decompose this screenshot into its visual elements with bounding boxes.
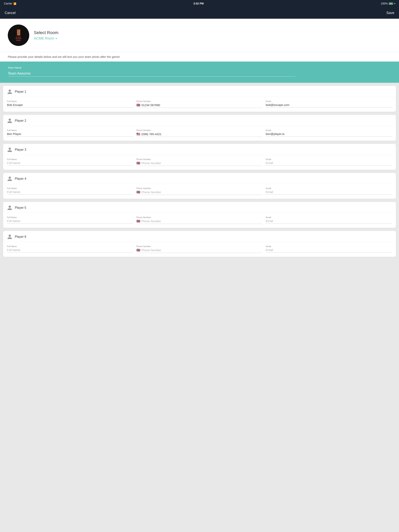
player-name-label-1: Player 1 xyxy=(15,90,26,94)
logo-inner: 🚪 ACME ESCAPE ROOM xyxy=(15,29,22,41)
phone-label-3: Phone Number xyxy=(136,158,263,160)
fullname-input-1[interactable] xyxy=(7,103,133,108)
fullname-input-6[interactable] xyxy=(7,248,133,253)
email-label-2: Email xyxy=(266,129,392,132)
player-card-1: Player 1Full NamePhone Number🇬🇧Email xyxy=(3,86,396,112)
header-section: 🚪 ACME ESCAPE ROOM Select Room ACME Room… xyxy=(0,19,399,52)
phone-group-4: Phone Number🇬🇧 xyxy=(136,187,263,195)
info-bar: Please provide your details below and we… xyxy=(0,52,399,62)
phone-wrapper-4: 🇬🇧 xyxy=(136,190,263,195)
room-select-dropdown[interactable]: ACME Room ▾ xyxy=(34,36,58,40)
player-name-label-6: Player 6 xyxy=(15,235,26,239)
chevron-down-icon: ▾ xyxy=(56,37,57,40)
email-group-6: Email xyxy=(266,245,392,253)
player-name-label-3: Player 3 xyxy=(15,148,26,152)
player-name-label-2: Player 2 xyxy=(15,119,26,122)
email-input-3[interactable] xyxy=(266,161,392,165)
player-fields-2: Full NamePhone Number🇺🇸Email xyxy=(3,126,396,141)
phone-group-2: Phone Number🇺🇸 xyxy=(136,129,263,137)
player-avatar-icon xyxy=(7,89,13,95)
phone-flag-5[interactable]: 🇬🇧 xyxy=(136,219,140,223)
wifi-icon xyxy=(13,2,16,5)
phone-input-5[interactable] xyxy=(142,219,263,223)
player-card-6: Player 6Full NamePhone Number🇬🇧Email xyxy=(3,231,396,257)
email-label-5: Email xyxy=(266,216,392,218)
player-card-2: Player 2Full NamePhone Number🇺🇸Email xyxy=(3,115,396,141)
email-input-4[interactable] xyxy=(266,190,392,195)
player-header-1: Player 1 xyxy=(3,86,396,97)
player-header-2: Player 2 xyxy=(3,115,396,126)
phone-input-6[interactable] xyxy=(142,248,263,252)
fullname-group-5: Full Name xyxy=(7,216,133,224)
status-bar: Carrier 3:02 PM 100% xyxy=(0,0,399,7)
phone-flag-4[interactable]: 🇬🇧 xyxy=(136,190,140,194)
email-group-1: Email xyxy=(266,100,392,108)
room-name: ACME Room xyxy=(34,36,54,40)
email-group-3: Email xyxy=(266,158,392,166)
email-group-5: Email xyxy=(266,216,392,224)
logo-room: ROOM xyxy=(15,40,22,41)
fullname-input-5[interactable] xyxy=(7,219,133,223)
fullname-label-4: Full Name xyxy=(7,187,133,190)
phone-flag-1[interactable]: 🇬🇧 xyxy=(136,103,140,107)
player-name-label-5: Player 5 xyxy=(15,206,26,209)
save-button[interactable]: Save xyxy=(386,11,394,15)
player-card-5: Player 5Full NamePhone Number🇬🇧Email xyxy=(3,202,396,228)
phone-wrapper-5: 🇬🇧 xyxy=(136,219,263,224)
fullname-label-3: Full Name xyxy=(7,158,133,160)
select-room-label: Select Room xyxy=(34,30,58,35)
player-fields-5: Full NamePhone Number🇬🇧Email xyxy=(3,213,396,228)
logo-escape-icon: 🚪 xyxy=(15,29,22,36)
player-fields-4: Full NamePhone Number🇬🇧Email xyxy=(3,184,396,199)
fullname-group-3: Full Name xyxy=(7,158,133,166)
status-time: 3:02 PM xyxy=(193,2,204,5)
info-message: Please provide your details below and we… xyxy=(8,55,120,58)
nav-bar: Cancel Save xyxy=(0,7,399,19)
team-name-input[interactable] xyxy=(8,71,295,76)
fullname-group-4: Full Name xyxy=(7,187,133,195)
phone-flag-2[interactable]: 🇺🇸 xyxy=(136,132,140,136)
phone-label-4: Phone Number xyxy=(136,187,263,190)
email-input-5[interactable] xyxy=(266,219,392,223)
carrier-text: Carrier xyxy=(4,2,12,5)
phone-input-1[interactable] xyxy=(142,103,263,107)
phone-group-3: Phone Number🇬🇧 xyxy=(136,158,263,166)
player-name-label-4: Player 4 xyxy=(15,177,26,181)
email-input-2[interactable] xyxy=(266,132,392,137)
email-input-1[interactable] xyxy=(266,103,392,108)
header-right: Select Room ACME Room ▾ xyxy=(34,30,58,40)
fullname-input-3[interactable] xyxy=(7,161,133,165)
player-header-3: Player 3 xyxy=(3,144,396,155)
email-label-3: Email xyxy=(266,158,392,160)
phone-input-3[interactable] xyxy=(142,161,263,165)
player-fields-6: Full NamePhone Number🇬🇧Email xyxy=(3,242,396,257)
player-card-3: Player 3Full NamePhone Number🇬🇧Email xyxy=(3,144,396,170)
fullname-label-5: Full Name xyxy=(7,216,133,218)
status-left: Carrier xyxy=(4,2,16,5)
phone-wrapper-1: 🇬🇧 xyxy=(136,103,263,108)
player-avatar-icon xyxy=(7,176,13,182)
phone-flag-6[interactable]: 🇬🇧 xyxy=(136,248,140,252)
player-header-4: Player 4 xyxy=(3,173,396,184)
phone-wrapper-2: 🇺🇸 xyxy=(136,132,263,137)
fullname-input-4[interactable] xyxy=(7,190,133,195)
battery-icon xyxy=(389,3,393,5)
player-avatar-icon xyxy=(7,205,13,210)
phone-label-5: Phone Number xyxy=(136,216,263,218)
cancel-button[interactable]: Cancel xyxy=(5,11,16,15)
phone-label-1: Phone Number xyxy=(136,100,263,102)
player-avatar-icon xyxy=(7,118,13,123)
email-input-6[interactable] xyxy=(266,248,392,253)
phone-input-4[interactable] xyxy=(142,190,263,194)
fullname-input-2[interactable] xyxy=(7,132,133,137)
phone-label-2: Phone Number xyxy=(136,129,263,132)
player-fields-3: Full NamePhone Number🇬🇧Email xyxy=(3,155,396,170)
fullname-label-1: Full Name xyxy=(7,100,133,102)
phone-input-2[interactable] xyxy=(142,133,263,136)
fullname-group-2: Full Name xyxy=(7,129,133,137)
status-right: 100% xyxy=(381,2,395,5)
player-fields-1: Full NamePhone Number🇬🇧Email xyxy=(3,97,396,112)
phone-flag-3[interactable]: 🇬🇧 xyxy=(136,161,140,165)
phone-group-5: Phone Number🇬🇧 xyxy=(136,216,263,224)
email-group-2: Email xyxy=(266,129,392,137)
